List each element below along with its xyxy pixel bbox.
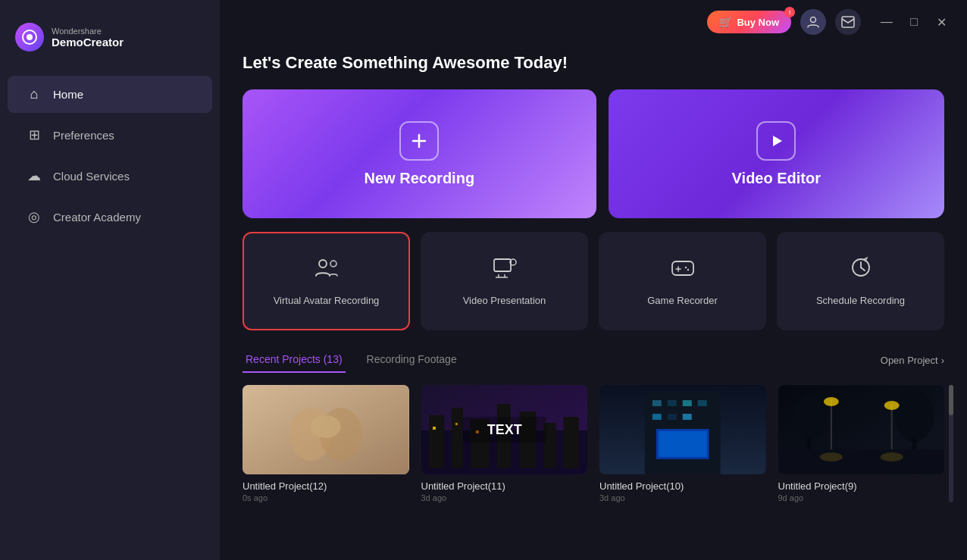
virtual-avatar-card[interactable]: Virtual Avatar Recording [243, 232, 410, 330]
mail-button[interactable] [835, 9, 861, 35]
academy-icon: ◎ [26, 208, 42, 225]
sidebar-label-preferences: Preferences [53, 129, 114, 142]
svg-rect-48 [683, 414, 692, 420]
maximize-button[interactable]: □ [903, 11, 925, 33]
svg-point-7 [319, 260, 327, 267]
logo-title: DemoCreator [52, 36, 124, 48]
svg-point-52 [791, 396, 825, 442]
scroll-thumb [949, 385, 953, 415]
svg-point-59 [884, 401, 899, 410]
logo-subtitle: Wondershare [52, 27, 124, 36]
svg-point-18 [687, 269, 688, 271]
video-editor-label: Video Editor [732, 170, 821, 187]
game-recorder-label: Game Recorder [647, 295, 717, 306]
sidebar-item-home[interactable]: ⌂ Home [8, 76, 212, 113]
project-card-12[interactable]: Untitled Project(12) 0s ago [243, 385, 409, 502]
svg-rect-42 [652, 400, 662, 406]
tabs-row: Recent Projects (13) Recording Footage O… [243, 347, 944, 373]
tabs: Recent Projects (13) Recording Footage [243, 347, 478, 373]
hero-cards: New Recording Video Editor [243, 89, 944, 218]
sidebar-label-home: Home [53, 88, 83, 101]
svg-rect-36 [455, 423, 457, 425]
svg-point-57 [823, 397, 838, 406]
svg-rect-44 [683, 400, 692, 406]
video-presentation-icon [491, 256, 518, 284]
project-name-11: Untitled Project(11) [421, 480, 588, 492]
sidebar: Wondershare DemoCreator ⌂ Home ⊞ Prefere… [0, 0, 220, 560]
page-title: Let's Create Something Awesome Today! [243, 53, 944, 73]
svg-rect-50 [659, 431, 707, 457]
new-recording-card[interactable]: New Recording [243, 89, 596, 218]
cart-icon: 🛒 [719, 16, 732, 28]
schedule-recording-label: Schedule Recording [816, 295, 905, 306]
sidebar-item-cloud-services[interactable]: ☁ Cloud Services [8, 157, 212, 195]
tab-recording-footage[interactable]: Recording Footage [364, 347, 460, 373]
schedule-recording-icon [847, 256, 875, 284]
chevron-right-icon: › [941, 355, 944, 366]
minimize-button[interactable]: — [876, 11, 897, 33]
svg-text:TEXT: TEXT [487, 422, 521, 437]
window-controls: — □ ✕ [876, 11, 952, 33]
sidebar-item-creator-academy[interactable]: ◎ Creator Academy [8, 198, 212, 236]
video-presentation-card[interactable]: Video Presentation [421, 232, 588, 330]
sidebar-item-preferences[interactable]: ⊞ Preferences [8, 116, 212, 154]
svg-rect-29 [451, 408, 462, 468]
svg-rect-3 [842, 17, 854, 27]
svg-rect-34 [563, 417, 578, 468]
svg-rect-35 [432, 427, 435, 430]
virtual-avatar-label: Virtual Avatar Recording [274, 295, 380, 306]
preferences-icon: ⊞ [26, 127, 42, 143]
svg-rect-28 [428, 415, 443, 468]
svg-point-61 [819, 452, 842, 461]
svg-point-62 [880, 452, 903, 461]
project-name-9: Untitled Project(9) [778, 480, 945, 492]
video-presentation-label: Video Presentation [463, 295, 546, 306]
svg-point-54 [894, 389, 934, 442]
project-thumb-10 [599, 385, 766, 474]
schedule-recording-card[interactable]: Schedule Recording [777, 232, 944, 330]
open-project-link[interactable]: Open Project › [881, 355, 944, 366]
svg-point-2 [811, 17, 816, 23]
tab-recent-projects[interactable]: Recent Projects (13) [243, 347, 346, 373]
buy-now-button[interactable]: 🛒 Buy Now ! [707, 11, 791, 33]
new-recording-label: New Recording [365, 170, 475, 187]
feature-cards: Virtual Avatar Recording Video Presentat… [243, 232, 944, 330]
project-thumb-9 [778, 385, 945, 474]
svg-point-17 [684, 267, 686, 268]
svg-point-8 [330, 261, 336, 267]
logo-icon [15, 23, 44, 52]
project-time-11: 3d ago [421, 493, 588, 502]
home-icon: ⌂ [26, 86, 42, 102]
svg-point-25 [311, 415, 341, 438]
projects-scroll: Untitled Project(12) 0s ago [243, 385, 944, 502]
content-area: Let's Create Something Awesome Today! Ne… [220, 38, 967, 560]
project-card-10[interactable]: Untitled Project(10) 3d ago [599, 385, 766, 502]
virtual-avatar-icon [313, 256, 340, 284]
svg-rect-46 [652, 414, 662, 420]
svg-marker-6 [773, 136, 782, 146]
svg-rect-43 [668, 400, 677, 406]
game-recorder-card[interactable]: Game Recorder [599, 232, 766, 330]
sidebar-label-academy: Creator Academy [53, 211, 141, 224]
project-time-12: 0s ago [243, 493, 409, 502]
sidebar-label-cloud: Cloud Services [53, 170, 130, 183]
project-name-10: Untitled Project(10) [599, 480, 766, 492]
project-card-11[interactable]: TEXT Untitled Project(11) 3d ago [421, 385, 588, 502]
project-thumb-11: TEXT [421, 385, 588, 474]
project-time-9: 9d ago [778, 493, 945, 502]
video-editor-icon [756, 121, 796, 161]
logo-text: Wondershare DemoCreator [52, 27, 124, 48]
close-button[interactable]: ✕ [931, 11, 952, 33]
user-account-button[interactable] [800, 9, 826, 35]
new-recording-icon [399, 121, 439, 161]
svg-rect-47 [668, 414, 677, 420]
cloud-icon: ☁ [26, 167, 42, 184]
project-card-9[interactable]: Untitled Project(9) 9d ago [778, 385, 945, 502]
main-content: 🛒 Buy Now ! — □ ✕ Let's Create Something… [220, 0, 967, 560]
project-time-10: 3d ago [599, 493, 766, 502]
svg-rect-14 [672, 261, 693, 275]
game-recorder-icon [669, 256, 696, 284]
svg-point-1 [27, 34, 33, 40]
video-editor-card[interactable]: Video Editor [609, 89, 944, 218]
scrollbar[interactable] [949, 385, 953, 502]
